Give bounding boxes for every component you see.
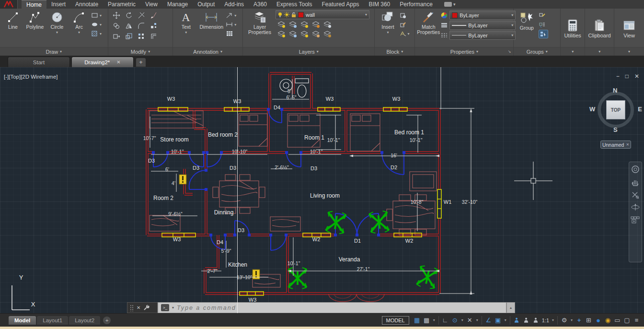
menu-tab-manage[interactable]: Manage: [162, 0, 193, 9]
block-panel-title[interactable]: Block▾: [375, 47, 414, 56]
units-icon[interactable]: ⊞: [584, 316, 593, 325]
clipboard-panel-title[interactable]: ▾: [585, 47, 614, 56]
viewcube-south[interactable]: S: [613, 126, 618, 133]
insert-button[interactable]: Insert▾: [377, 10, 399, 35]
view-button[interactable]: View: [620, 19, 638, 38]
close-icon[interactable]: ✕: [634, 73, 639, 80]
autocad-logo[interactable]: [0, 0, 18, 9]
layer-tool-icon-2[interactable]: [289, 21, 297, 30]
properties-panel-title[interactable]: Properties▾↘: [415, 47, 513, 56]
clean-screen-icon[interactable]: ▢: [622, 316, 632, 325]
rectangle-tool-icon[interactable]: ▾: [91, 12, 102, 19]
ellipse-tool-icon[interactable]: ▾: [91, 21, 102, 28]
layer-tool-icon-6[interactable]: [277, 31, 286, 40]
new-drawing-tab-button[interactable]: +: [136, 58, 146, 67]
menu-tab-parametric[interactable]: Parametric: [103, 0, 140, 9]
annotation-scale-icon[interactable]: [531, 316, 540, 325]
rotate-icon[interactable]: [125, 12, 133, 21]
menu-tab-insert[interactable]: Insert: [46, 0, 70, 9]
viewcube[interactable]: N S W E TOP: [597, 91, 634, 129]
utilities-button[interactable]: Utilities: [561, 19, 584, 38]
circle-button[interactable]: Circle▾: [46, 10, 68, 35]
explode-icon[interactable]: [150, 22, 158, 32]
layer-tool-icon-8[interactable]: [300, 31, 309, 40]
group-button[interactable]: Group: [516, 10, 538, 31]
viewcube-top-face[interactable]: TOP: [606, 100, 625, 119]
command-input[interactable]: >_ ▾ Type a command: [158, 302, 506, 313]
layer-tool-icon-7[interactable]: [289, 31, 297, 40]
graphics-performance-icon[interactable]: ●: [594, 316, 603, 325]
menu-tab-featured-apps[interactable]: Featured Apps: [317, 0, 364, 9]
viewcube-north[interactable]: N: [613, 87, 617, 94]
command-prompt-icon[interactable]: >_: [161, 304, 169, 311]
recent-commands-icon[interactable]: ▾: [172, 306, 174, 310]
scale-dropdown-icon[interactable]: ▾: [551, 316, 555, 325]
polar-dropdown-icon[interactable]: ▾: [460, 316, 465, 325]
snap-dropdown-icon[interactable]: ▾: [432, 316, 437, 325]
minimize-icon[interactable]: −: [616, 73, 620, 80]
mirror-icon[interactable]: [125, 22, 133, 32]
groups-panel-title[interactable]: Groups▾: [514, 47, 560, 56]
ribbon-collapse-button[interactable]: ▾: [444, 0, 456, 9]
menu-tab-home[interactable]: Home: [22, 0, 46, 9]
orbit-icon[interactable]: [631, 203, 640, 211]
polyline-button[interactable]: Polyline: [24, 10, 46, 35]
layout-tab-layout1[interactable]: Layout1: [37, 316, 68, 325]
menu-tab-annotate[interactable]: Annotate: [70, 0, 103, 9]
pan-hand-icon[interactable]: [631, 178, 640, 186]
stretch-icon[interactable]: [113, 33, 120, 42]
grid-display-icon[interactable]: ▦: [413, 316, 422, 325]
text-button[interactable]: A Text▾: [175, 10, 197, 35]
group-selection-toggle-icon[interactable]: [539, 30, 548, 38]
layer-tool-icon-9[interactable]: [312, 31, 320, 40]
menu-tab-a360[interactable]: A360: [249, 0, 272, 9]
new-layout-button[interactable]: +: [103, 317, 111, 324]
isodraft-icon[interactable]: ✕: [465, 316, 474, 325]
create-block-icon[interactable]: [400, 12, 409, 19]
annotation-panel-title[interactable]: Annotation▾: [173, 47, 242, 56]
scale-value[interactable]: 1:1: [541, 316, 550, 325]
layer-select-combo[interactable]: wall ▾: [276, 10, 369, 19]
scale-icon[interactable]: [125, 33, 133, 42]
customize-wrench-icon[interactable]: [143, 305, 150, 311]
osnap-dropdown-icon[interactable]: ▾: [503, 316, 508, 325]
object-snap-icon[interactable]: ▣: [494, 316, 503, 325]
menu-tab-express-tools[interactable]: Express Tools: [272, 0, 317, 9]
trim-icon[interactable]: [138, 12, 145, 21]
linetype-combo[interactable]: ByLayer ▾: [449, 31, 516, 40]
model-space-button[interactable]: MODEL: [382, 316, 409, 325]
utilities-panel-title[interactable]: ▾: [561, 47, 585, 56]
autosnap-marker-icon[interactable]: ∠: [484, 316, 493, 325]
workspace-dropdown-icon[interactable]: ▾: [569, 316, 574, 325]
arc-button[interactable]: Arc▾: [68, 10, 90, 35]
menu-tab-view[interactable]: View: [140, 0, 162, 9]
linetype-icon[interactable]: [441, 33, 448, 38]
drag-grip-icon[interactable]: [130, 305, 134, 311]
zoom-extents-icon[interactable]: [631, 191, 640, 199]
view-panel-title[interactable]: ▾: [614, 47, 644, 56]
fillet-icon[interactable]: [138, 22, 145, 32]
clipboard-button[interactable]: Clipboard: [586, 19, 614, 38]
lineweight-combo[interactable]: ByLayer ▾: [449, 21, 516, 30]
showmotion-icon[interactable]: [631, 216, 640, 223]
hatch-tool-icon[interactable]: ▾: [91, 30, 102, 37]
drawing-canvas[interactable]: W3W3W3W3D45'6'-5"Store room10'-7"Bed roo…: [0, 67, 644, 313]
workspace-gear-icon[interactable]: ⚙: [560, 316, 569, 325]
command-bar-grip[interactable]: ✕: [127, 302, 158, 313]
array-icon[interactable]: [138, 33, 145, 42]
ortho-mode-icon[interactable]: ∟: [441, 316, 450, 325]
layer-tool-icon-3[interactable]: [300, 21, 309, 30]
full-navigation-wheel-icon[interactable]: [631, 165, 640, 174]
layer-tool-icon-4[interactable]: [312, 21, 320, 30]
layers-panel-title[interactable]: Layers▾: [243, 47, 374, 56]
command-history-toggle[interactable]: ▴: [506, 302, 515, 313]
isolate-objects-icon[interactable]: ◉: [603, 316, 612, 325]
draw-panel-title[interactable]: Draw▾: [0, 47, 108, 56]
edit-block-icon[interactable]: [400, 21, 409, 28]
polar-tracking-icon[interactable]: ⊙: [450, 316, 460, 325]
ungroup-icon[interactable]: [539, 12, 548, 19]
dim-style-tool-icon[interactable]: ▾: [226, 21, 236, 28]
file-tab-drawing2[interactable]: Drawing2*✕: [71, 57, 134, 67]
copy-icon[interactable]: [113, 22, 120, 32]
menu-tab-performance[interactable]: Performance: [395, 0, 437, 9]
